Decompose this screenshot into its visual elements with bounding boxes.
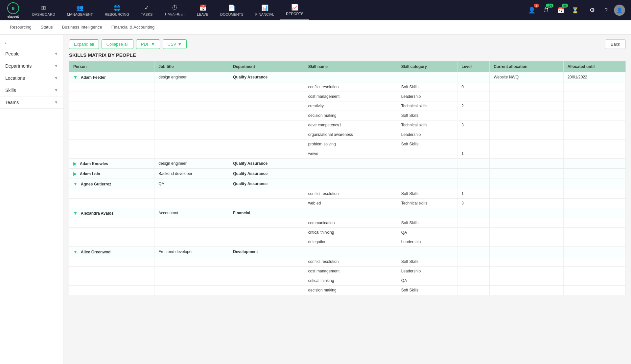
chevron-down-icon: ▼: [54, 88, 58, 93]
expand-all-button[interactable]: Expand all: [69, 39, 99, 49]
skill-name-cell: creativity: [304, 101, 397, 111]
person-job-title-cell: Frontend developer: [154, 247, 229, 257]
person-allocated-until-cell: [563, 179, 625, 189]
table-row[interactable]: ▼ Alexandra Avalos Accountant Financial: [69, 208, 626, 218]
app-logo[interactable]: e elapseit: [3, 2, 23, 18]
sidebar-item-skills[interactable]: Skills ▼: [0, 84, 63, 96]
skill-category-cell: Leadership: [397, 237, 457, 247]
skill-person-cell: [69, 139, 154, 149]
person-skill-category-cell: [397, 159, 457, 169]
tab-resourcing[interactable]: Resourcing: [5, 20, 36, 35]
skill-job-cell: [154, 120, 229, 130]
avatar-placeholder: 👤: [616, 7, 623, 13]
person-job-title-cell: Accountant: [154, 208, 229, 218]
expand-icon: ▼: [73, 181, 78, 186]
nav-tasks-label: TASKS: [141, 12, 152, 16]
person-skill-name-cell: [304, 179, 397, 189]
skill-until-cell: [563, 120, 625, 130]
person-skill-name-cell: [304, 159, 397, 169]
person-name: Adam Feeder: [81, 75, 106, 80]
nav-timesheet[interactable]: ⏱ TIMESHEET: [158, 0, 191, 20]
person-skill-category-cell: [397, 169, 457, 179]
help-btn[interactable]: ?: [600, 4, 612, 16]
sub-nav: Resourcing Status Business Intelligence …: [0, 20, 631, 35]
skill-person-cell: [69, 120, 154, 130]
skill-person-cell: [69, 267, 154, 276]
col-skill-category: Skill category: [397, 61, 457, 72]
sidebar-item-locations[interactable]: Locations ▼: [0, 72, 63, 84]
settings-btn[interactable]: ⚙: [586, 4, 598, 16]
person-department-cell: Development: [229, 247, 304, 257]
back-button[interactable]: Back: [605, 39, 626, 49]
timer-notification-btn[interactable]: ⏱ 116: [540, 4, 552, 16]
chevron-down-icon: ▼: [54, 64, 58, 68]
skill-allocation-cell: [490, 286, 563, 295]
skill-person-cell: [69, 276, 154, 286]
skill-category-cell: Leadership: [397, 267, 457, 276]
skill-allocation-cell: [490, 120, 563, 130]
calendar-notification-btn[interactable]: 📅 86: [555, 4, 567, 16]
sidebar-item-people[interactable]: People ▼: [0, 48, 63, 60]
timer-icon: ⏱: [543, 7, 549, 14]
calendar-badge: 86: [562, 4, 568, 8]
toolbar-left: Expand all Collapse all PDF ▼ CSV ▼: [69, 39, 187, 49]
skill-row: conflict resolution Soft Skills 0: [69, 82, 626, 92]
table-row[interactable]: ▼ Adam Feeder design engineer Quality As…: [69, 72, 626, 82]
person-name-cell: ▼ Alexandra Avalos: [69, 208, 154, 218]
csv-label: CSV: [168, 42, 176, 47]
skill-job-cell: [154, 228, 229, 237]
person-name-cell: ▼ Agnes Gutierrez: [69, 179, 154, 189]
tab-bi[interactable]: Business Intelligence: [58, 20, 107, 35]
sidebar-item-departments[interactable]: Departments ▼: [0, 60, 63, 72]
sidebar-item-teams[interactable]: Teams ▼: [0, 96, 63, 109]
nav-leave[interactable]: 📅 LEAVE: [191, 0, 214, 20]
nav-resourcing[interactable]: 🌐 RESOURCING: [99, 0, 135, 20]
skill-job-cell: [154, 111, 229, 120]
nav-dashboard-label: DASHBOARD: [32, 12, 55, 16]
skill-dept-cell: [229, 130, 304, 139]
skill-name-cell: decision making: [304, 286, 397, 295]
person-allocation-cell: Website NWQ: [490, 72, 563, 82]
tab-financial[interactable]: Financial & Accounting: [107, 20, 159, 35]
collapse-all-button[interactable]: Collapse all: [102, 39, 133, 49]
gear-icon: ⚙: [590, 7, 595, 14]
people-notification-btn[interactable]: 👤 1: [526, 4, 538, 16]
tab-status[interactable]: Status: [36, 20, 58, 35]
skill-until-cell: [563, 101, 625, 111]
nav-reports[interactable]: 📈 REPORTS: [280, 0, 309, 20]
person-skill-name-cell: [304, 169, 397, 179]
skill-until-cell: [563, 228, 625, 237]
table-row[interactable]: ▶ Adam Lola Backend developer Quality As…: [69, 169, 626, 179]
avatar[interactable]: 👤: [614, 5, 625, 16]
hourglass-btn[interactable]: ⏳: [569, 4, 581, 16]
skill-dept-cell: [229, 276, 304, 286]
person-name-cell: ▶ Adam Lola: [69, 169, 154, 179]
table-row[interactable]: ▼ Agnes Gutierrez QA Quality Assurance: [69, 179, 626, 189]
resourcing-icon: 🌐: [113, 4, 121, 11]
nav-management[interactable]: 👥 MANAGEMENT: [61, 0, 99, 20]
pdf-button[interactable]: PDF ▼: [136, 39, 160, 49]
leave-icon: 📅: [199, 4, 206, 11]
skill-person-cell: [69, 149, 154, 159]
nav-tasks[interactable]: ✓ TASKS: [135, 0, 158, 20]
person-skill-name-cell: [304, 247, 397, 257]
skill-allocation-cell: [490, 130, 563, 139]
skill-dept-cell: [229, 199, 304, 208]
sidebar-back-btn[interactable]: ←: [0, 38, 63, 48]
nav-right-icons: 👤 1 ⏱ 116 📅 86 ⏳ ⚙ ? 👤: [526, 2, 628, 19]
nav-leave-label: LEAVE: [197, 12, 208, 16]
skill-name-cell: organizational awareness: [304, 130, 397, 139]
person-level-cell: [457, 72, 490, 82]
table-row[interactable]: ▶ Adam Knowles design engineer Quality A…: [69, 159, 626, 169]
skill-dept-cell: [229, 228, 304, 237]
skill-dept-cell: [229, 82, 304, 92]
skill-job-cell: [154, 82, 229, 92]
nav-financial[interactable]: 📊 FINANCIAL: [249, 0, 280, 20]
csv-button[interactable]: CSV ▼: [163, 39, 187, 49]
person-name-cell: ▼ Adam Feeder: [69, 72, 154, 82]
table-row[interactable]: ▼ Alice Greenwod Frontend developer Deve…: [69, 247, 626, 257]
nav-dashboard[interactable]: ⊞ DASHBOARD: [26, 0, 61, 20]
skill-allocation-cell: [490, 111, 563, 120]
nav-documents[interactable]: 📄 DOCUMENTS: [214, 0, 249, 20]
chevron-down-icon: ▼: [54, 52, 58, 56]
